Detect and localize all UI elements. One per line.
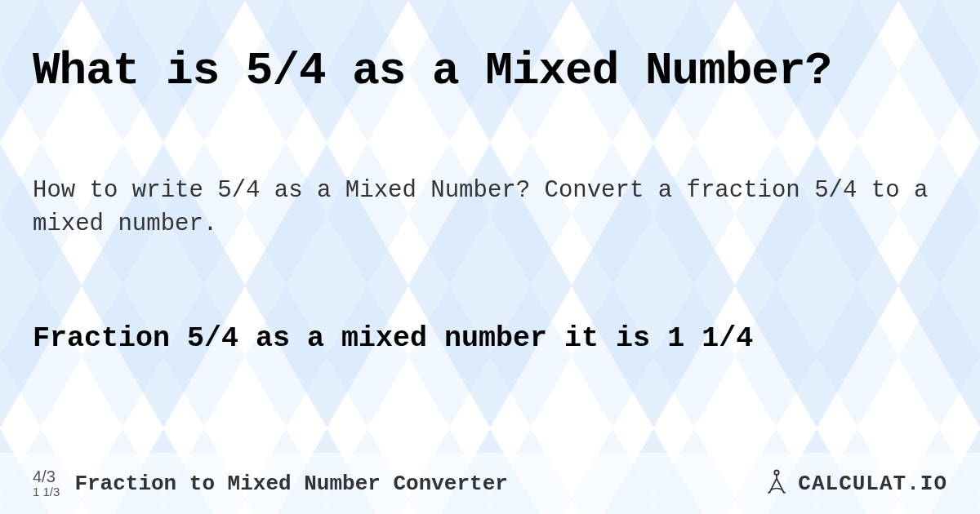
page-title: What is 5/4 as a Mixed Number? [33,45,947,97]
svg-line-2 [769,478,777,493]
answer-text: Fraction 5/4 as a mixed number it is 1 1… [33,322,947,355]
footer-bar: 4/3 1 1/3 Fraction to Mixed Number Conve… [0,453,980,514]
converter-label: Fraction to Mixed Number Converter [74,472,762,496]
brand-text: CALCULAT.IO [798,472,947,496]
icon-fraction-bottom: 1 1/3 [33,485,60,499]
converter-icon: 4/3 1 1/3 [33,467,60,499]
icon-fraction-top: 4/3 [33,467,60,485]
content-area: What is 5/4 as a Mixed Number? How to wr… [0,0,980,514]
brand-logo: CALCULAT.IO [762,467,947,500]
compass-icon [762,467,791,500]
svg-point-0 [775,471,779,475]
svg-line-3 [777,478,784,493]
description-text: How to write 5/4 as a Mixed Number? Conv… [33,175,947,241]
